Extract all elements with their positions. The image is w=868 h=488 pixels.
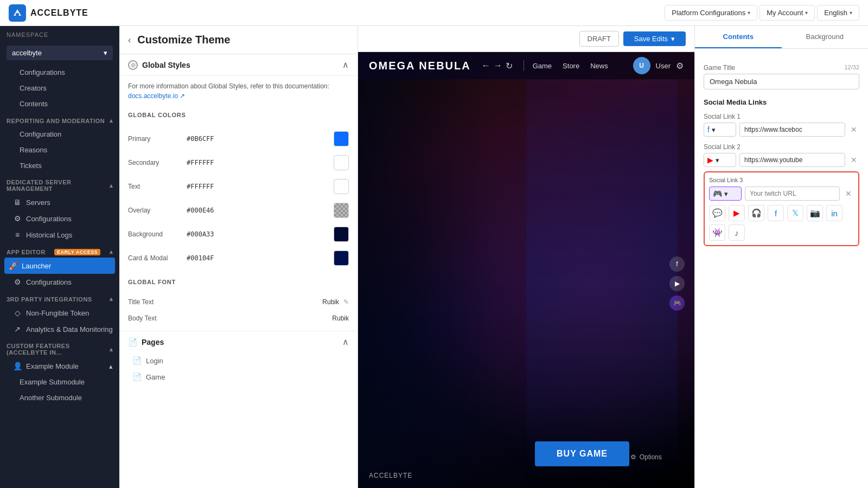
- edit-title-font-icon[interactable]: ✎: [343, 298, 349, 306]
- preview-youtube-icon[interactable]: ▶: [669, 276, 685, 291]
- platform-configs-button[interactable]: Platform Configurations ▾: [665, 5, 757, 21]
- picker-twitter-icon[interactable]: 𝕏: [787, 205, 803, 221]
- settings-icon[interactable]: ⚙: [676, 61, 684, 71]
- color-row-text: Text #FFFFFF: [119, 175, 358, 198]
- sidebar-item-example-module[interactable]: 👤Example Module ▴: [0, 358, 119, 374]
- chevron-down-icon: ▾: [104, 49, 107, 57]
- sidebar-item-creators[interactable]: Creators: [0, 80, 119, 96]
- social-link-2-row: ▶ ▾ ✕: [704, 153, 859, 167]
- color-swatch-overlay[interactable]: [334, 203, 349, 218]
- social-link-3-url-input[interactable]: [745, 187, 840, 201]
- user-label: User: [656, 62, 671, 70]
- sidebar-item-configuration[interactable]: Configuration: [0, 126, 119, 142]
- color-row-overlay: Overlay #000E46: [119, 198, 358, 222]
- back-button[interactable]: ‹: [128, 35, 131, 45]
- sidebar-item-another-submodule[interactable]: Another Submodule: [0, 390, 119, 406]
- chevron-up-icon: ▴: [109, 362, 113, 370]
- back-arrow-icon[interactable]: ←: [482, 61, 490, 71]
- social-icons-preview: f ▶ 🎮: [669, 256, 685, 311]
- page-icon: 📄: [132, 356, 142, 365]
- sidebar-item-configurations[interactable]: Configurations: [0, 65, 119, 80]
- social-link-1-row: f ▾ ✕: [704, 123, 859, 137]
- social-link-1-url-input[interactable]: [739, 123, 845, 137]
- sidebar-item-servers[interactable]: 🖥Servers: [0, 194, 119, 210]
- social-link-3-remove-button[interactable]: ✕: [843, 188, 854, 199]
- game-footer-brand: ACCELBYTE: [369, 472, 412, 479]
- namespace-label: NAMESPACE: [0, 26, 119, 43]
- social-link-2-platform-select[interactable]: ▶ ▾: [704, 153, 736, 167]
- picker-youtube-icon[interactable]: ▶: [729, 205, 745, 221]
- topbar-left: ACCELBYTE: [9, 4, 88, 22]
- tab-background[interactable]: Background: [782, 26, 869, 48]
- game-title-input[interactable]: [704, 74, 859, 89]
- picker-tiktok-icon[interactable]: ♪: [729, 224, 745, 241]
- sidebar-item-app-configurations[interactable]: ⚙Configurations: [0, 274, 119, 290]
- picker-facebook-icon[interactable]: f: [768, 205, 784, 221]
- picker-instagram-icon[interactable]: 📷: [807, 205, 823, 221]
- color-row-primary: Primary #0B6CFF: [119, 127, 358, 151]
- nav-game[interactable]: Game: [533, 62, 552, 70]
- social-link-1-remove-button[interactable]: ✕: [848, 124, 859, 135]
- draft-button[interactable]: DRAFT: [579, 31, 619, 47]
- language-button[interactable]: English ▾: [817, 5, 859, 21]
- sidebar-item-tickets[interactable]: Tickets: [0, 158, 119, 174]
- sidebar-item-launcher[interactable]: 🚀Launcher: [4, 258, 115, 274]
- pages-item-game[interactable]: 📄 Game: [119, 369, 358, 385]
- social-link-2-url-input[interactable]: [739, 153, 845, 167]
- color-swatch-primary[interactable]: [334, 131, 349, 146]
- sidebar-item-historical-logs[interactable]: ≡Historical Logs: [0, 227, 119, 243]
- server-section-header: Dedicated Server Management ▴: [0, 174, 119, 194]
- namespace-selector[interactable]: accelbyte ▾: [7, 46, 113, 60]
- pages-item-login[interactable]: 📄 Login: [119, 352, 358, 369]
- docs-link[interactable]: docs.accelbyte.io ↗: [128, 92, 185, 100]
- social-link-1-platform-select[interactable]: f ▾: [704, 123, 736, 137]
- gear-icon: ⚙: [13, 214, 22, 223]
- preview-twitch-icon[interactable]: 🎮: [669, 296, 685, 311]
- preview-facebook-icon[interactable]: f: [669, 256, 685, 272]
- game-logo: OMEGA NEBULA: [369, 60, 471, 72]
- refresh-icon[interactable]: ↻: [506, 61, 513, 71]
- color-row-secondary: Secondary #FFFFFF: [119, 151, 358, 175]
- collapse-button[interactable]: ∧: [342, 60, 349, 70]
- nav-store[interactable]: Store: [563, 62, 579, 70]
- info-text: For more information about Global Styles…: [119, 76, 358, 103]
- nav-right: U User ⚙: [633, 57, 684, 74]
- sidebar-item-example-submodule[interactable]: Example Submodule: [0, 374, 119, 390]
- pages-collapse-button[interactable]: ∧: [342, 337, 349, 347]
- picker-linkedin-icon[interactable]: in: [826, 205, 843, 221]
- options-row[interactable]: ⚙ Options: [630, 453, 662, 461]
- analytics-icon: ↗: [13, 325, 22, 333]
- color-swatch-secondary[interactable]: [334, 155, 349, 170]
- picker-discord2-icon[interactable]: 🎧: [748, 205, 764, 221]
- early-access-badge: EARLY ACCESS: [54, 249, 100, 255]
- color-swatch-card[interactable]: [334, 251, 349, 266]
- page-icon: 📄: [132, 373, 142, 381]
- nav-news[interactable]: News: [590, 62, 608, 70]
- buy-game-button[interactable]: BUY GAME: [535, 441, 629, 466]
- sidebar-item-reasons[interactable]: Reasons: [0, 142, 119, 158]
- global-styles-header: ◎ Global Styles ∧: [119, 54, 358, 76]
- social-link-3-platform-select[interactable]: 🎮 ▾: [709, 187, 742, 201]
- sidebar-item-contents[interactable]: Contents: [0, 96, 119, 112]
- forward-arrow-icon[interactable]: →: [494, 61, 502, 71]
- picker-reddit-icon[interactable]: 👾: [709, 224, 725, 241]
- chevron-down-icon: ▾: [805, 10, 808, 16]
- bg-overlay-left: [358, 79, 493, 488]
- picker-discord-icon[interactable]: 💬: [709, 205, 725, 221]
- global-styles-title: ◎ Global Styles: [128, 60, 190, 70]
- sidebar-item-server-configs[interactable]: ⚙Configurations: [0, 210, 119, 227]
- content-area: ‹ Customize Theme ◎ Global Styles ∧ For …: [119, 26, 868, 488]
- sidebar-item-nft[interactable]: ◇Non-Fungible Token: [0, 305, 119, 321]
- pages-section-header: 📄 Pages ∧: [119, 331, 358, 352]
- nav-arrows: ← → ↻: [482, 61, 513, 71]
- social-link-2-remove-button[interactable]: ✕: [848, 155, 859, 165]
- social-link-3-row: 🎮 ▾ ✕: [709, 187, 854, 201]
- preview-area: DRAFT Save Edits ▾ OMEGA NEBULA ← → ↻: [358, 26, 694, 488]
- tab-contents[interactable]: Contents: [695, 26, 782, 48]
- save-edits-button[interactable]: Save Edits ▾: [623, 31, 686, 46]
- color-swatch-text[interactable]: [334, 179, 349, 194]
- my-account-button[interactable]: My Account ▾: [760, 5, 815, 21]
- right-panel-body: Game Title 12/32 Social Media Links Soci…: [695, 49, 868, 488]
- color-swatch-background[interactable]: [334, 227, 349, 242]
- sidebar-item-analytics[interactable]: ↗Analytics & Data Monitoring: [0, 321, 119, 337]
